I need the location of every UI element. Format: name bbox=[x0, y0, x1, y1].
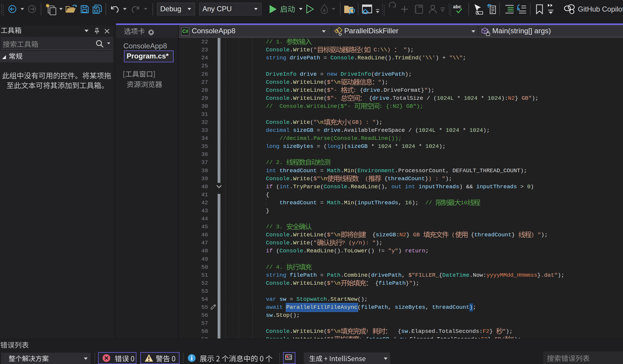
svg-text:abc: abc bbox=[453, 4, 461, 9]
